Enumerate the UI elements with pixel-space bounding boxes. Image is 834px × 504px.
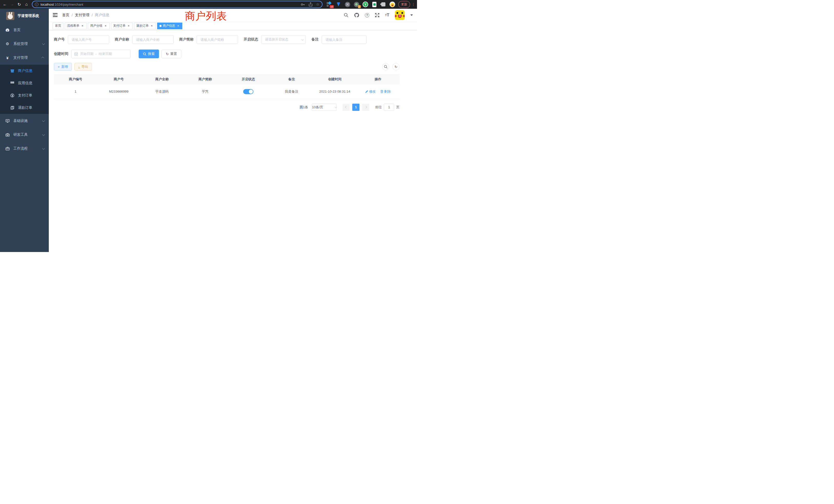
reset-button[interactable]: ↻ 重置: [161, 49, 181, 58]
goto-page-input[interactable]: [384, 104, 394, 111]
prev-page-button[interactable]: [343, 104, 350, 111]
share-icon[interactable]: [309, 2, 312, 7]
sidebar-item-pay-order[interactable]: 支付订单: [0, 89, 49, 101]
chrome-update-button[interactable]: 更新: [398, 1, 410, 8]
fullscreen-icon[interactable]: [375, 13, 379, 18]
update-label: 更新: [401, 2, 407, 7]
date-separator: -: [95, 52, 96, 56]
top-navbar: 首页 / 支付管理 / 商户信息 ?: [49, 9, 417, 22]
back-icon[interactable]: ←: [2, 1, 8, 8]
close-icon[interactable]: ×: [127, 24, 130, 28]
sidebar-item-pay[interactable]: ¥ 支付管理: [0, 51, 49, 65]
status-toggle[interactable]: [243, 89, 254, 94]
merchant-no-input[interactable]: [68, 35, 109, 44]
extensions-puzzle-icon[interactable]: [380, 2, 386, 7]
table-row: 1 M233666999 芋道源码 芋艿 我是备注 2021-10-23 08:…: [54, 85, 399, 99]
avatar-caret-icon[interactable]: [410, 14, 413, 16]
tab-user-group[interactable]: 用户分组 ×: [88, 23, 110, 29]
toggle-search-button[interactable]: [382, 63, 389, 70]
edit-button[interactable]: 修改: [365, 89, 376, 94]
chevron-right-icon: [364, 106, 367, 109]
dashboard-icon: [5, 28, 10, 32]
app-logo[interactable]: 芋道管理系统: [0, 9, 49, 23]
refresh-button[interactable]: ↻: [392, 63, 399, 70]
tab-label: 支付订单: [113, 24, 126, 28]
extension-kite-icon[interactable]: [336, 2, 341, 7]
tab-merchant-info[interactable]: 商户信息 ×: [157, 23, 182, 29]
font-size-icon[interactable]: TT: [385, 13, 389, 18]
sidebar-item-home[interactable]: 首页: [0, 23, 49, 37]
chevron-down-icon: [42, 147, 45, 150]
search-form-row-2: 创建时间 开始日期 - 结束日期: [54, 49, 399, 58]
tab-label: 首页: [55, 24, 61, 28]
url-host: localhost: [41, 3, 54, 6]
short-name-input[interactable]: [197, 35, 238, 44]
page-number-1[interactable]: 1: [352, 104, 359, 111]
github-icon[interactable]: [354, 13, 359, 18]
chevron-down-icon: [301, 38, 304, 41]
home-icon[interactable]: ⌂: [23, 1, 30, 8]
sidebar-item-infra[interactable]: 基础设施: [0, 114, 49, 128]
briefcase-icon: [5, 146, 10, 151]
extension-docs-icon[interactable]: [372, 2, 377, 7]
sidebar-item-dev-tools[interactable]: 研发工具: [0, 128, 49, 142]
export-button[interactable]: ↓ 导出: [74, 63, 92, 71]
status-select-placeholder: 请选择开启状态: [265, 37, 288, 42]
column-header: 商户号: [97, 74, 140, 85]
delete-button[interactable]: 删除: [380, 89, 391, 94]
header-search-icon[interactable]: [344, 13, 348, 18]
reload-icon[interactable]: ↻: [16, 1, 23, 8]
key-icon[interactable]: [301, 2, 305, 7]
sidebar-item-workflow[interactable]: 工作流程: [0, 142, 49, 156]
search-button[interactable]: 搜索: [139, 49, 159, 58]
add-button[interactable]: + 新增: [54, 63, 72, 71]
tab-refund-order[interactable]: 退款订单 ×: [134, 23, 156, 29]
merchant-table: 商户编号 商户号 商户全称 商户简称 开启状态 备注 创建时间 操作 1: [54, 74, 399, 99]
full-name-input[interactable]: [132, 35, 174, 44]
tab-label: 用户分组: [90, 24, 103, 28]
close-icon[interactable]: ×: [104, 24, 107, 28]
close-icon[interactable]: ×: [150, 24, 154, 28]
extension-blue-diamond-icon[interactable]: 10: [327, 2, 332, 7]
breadcrumb-home[interactable]: 首页: [62, 13, 69, 18]
help-icon[interactable]: ?: [365, 13, 369, 18]
bookmark-star-icon[interactable]: ☆: [316, 2, 320, 7]
pay-submenu: 商户信息 应用信息 支付订单: [0, 65, 49, 114]
sidebar-item-merchant-info[interactable]: 商户信息: [0, 65, 49, 77]
close-icon[interactable]: ×: [81, 24, 84, 28]
profile-avatar[interactable]: [390, 2, 395, 7]
next-page-button[interactable]: [362, 104, 369, 111]
breadcrumb-pay[interactable]: 支付管理: [75, 13, 89, 18]
column-header: 操作: [356, 74, 399, 85]
tab-label: 流程表单: [67, 24, 79, 28]
status-select[interactable]: 请选择开启状态: [261, 35, 306, 44]
breadcrumb-separator: /: [72, 13, 73, 17]
extension-yudao-icon[interactable]: Y: [363, 2, 368, 7]
extension-command-icon[interactable]: ⌘: [345, 2, 350, 7]
url-text: localhost:1024/pay/merchant: [41, 3, 83, 6]
remark-input[interactable]: [322, 35, 367, 44]
tab-home[interactable]: 首页: [53, 23, 63, 29]
download-icon: ↓: [78, 65, 80, 68]
sidebar-item-refund-order[interactable]: 退款订单: [0, 101, 49, 114]
sidebar-item-label: 基础设施: [13, 118, 28, 123]
site-info-icon[interactable]: i: [35, 3, 39, 6]
yen-circle-icon: [10, 93, 15, 97]
user-avatar[interactable]: [395, 10, 405, 20]
tab-pay-order[interactable]: 支付订单 ×: [111, 23, 133, 29]
close-icon[interactable]: ×: [176, 24, 180, 28]
sidebar-collapse-icon[interactable]: [52, 13, 58, 18]
extension-recorder-icon[interactable]: 1: [354, 2, 359, 7]
browser-toolbar: ← → ↻ ⌂ i localhost:1024/pay/merchant ☆ …: [0, 0, 417, 9]
sidebar-item-label: 支付订单: [18, 93, 32, 98]
sidebar-item-app-info[interactable]: 应用信息: [0, 77, 49, 89]
tab-process-form[interactable]: 流程表单 ×: [65, 23, 87, 29]
create-time-range-input[interactable]: 开始日期 - 结束日期: [71, 49, 130, 58]
browser-menu-icon[interactable]: ⋮: [412, 2, 415, 6]
url-bar[interactable]: i localhost:1024/pay/merchant ☆: [32, 1, 323, 8]
store-icon: [10, 69, 15, 73]
sidebar-item-system[interactable]: ⚙ 系统管理: [0, 37, 49, 51]
breadcrumb-separator: /: [92, 13, 93, 17]
forward-icon[interactable]: →: [9, 1, 16, 8]
page-size-select[interactable]: 10条/页: [312, 104, 337, 111]
